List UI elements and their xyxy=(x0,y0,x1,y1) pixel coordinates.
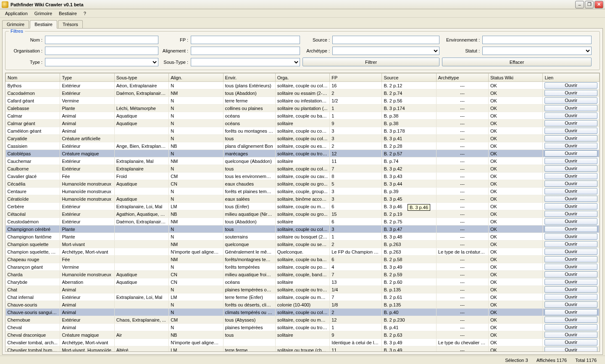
table-row[interactable]: Champion squelette, ar...Archétype, Mort… xyxy=(6,248,600,256)
filter-organisation-input[interactable] xyxy=(45,47,158,55)
open-button[interactable]: Ouvrir xyxy=(544,324,597,330)
col-header[interactable]: Status Wiki xyxy=(489,73,543,82)
open-button[interactable]: Ouvrir xyxy=(544,249,597,255)
filter-button[interactable]: Filtrer xyxy=(302,58,439,66)
table-row[interactable]: Cavalier glacéFéeFroidCMtous les environ… xyxy=(6,173,600,180)
filter-archetype-select[interactable] xyxy=(332,47,439,55)
table-row[interactable]: CassisienExtérieurAnge, Bien, Extraplana… xyxy=(6,142,600,150)
table-row[interactable]: CaryatideCréature artificielleNtoussolit… xyxy=(6,135,600,142)
filter-source-input[interactable] xyxy=(332,36,439,44)
table-row[interactable]: ChardaHumanoïde monstrueuxAquatiqueCNmil… xyxy=(6,271,600,278)
open-button[interactable]: Ouvrir xyxy=(544,256,597,262)
open-button[interactable]: Ouvrir xyxy=(544,203,597,209)
col-header[interactable]: Type xyxy=(60,73,114,82)
open-button[interactable]: Ouvrir xyxy=(544,128,597,134)
menu-grimoire[interactable]: Grimoire xyxy=(31,10,55,17)
open-button[interactable]: Ouvrir xyxy=(544,196,597,202)
open-button[interactable]: Ouvrir xyxy=(544,233,597,240)
table-row[interactable]: CétacéalExtérieurAgathion, Aquatique, B.… xyxy=(6,210,600,218)
clear-button[interactable]: Effacer xyxy=(442,58,592,66)
table-row[interactable]: Champion squeletteMort-vivantNMquelconqu… xyxy=(6,241,600,248)
menu-?[interactable]: ? xyxy=(80,10,89,17)
table-row[interactable]: CalebassePlanteLéchi, MétamorpheNcolline… xyxy=(6,105,600,112)
col-header[interactable]: Archétype xyxy=(436,73,488,82)
table-row[interactable]: Calmar géantAnimalAquatiqueNocéanssolita… xyxy=(6,120,600,127)
col-header[interactable]: FP xyxy=(330,73,382,82)
filter-soustype-select[interactable] xyxy=(191,58,300,66)
col-header[interactable]: Source xyxy=(382,73,436,82)
table-row[interactable]: Chevalier tombal humainMort-vivant, Huma… xyxy=(6,346,600,352)
close-button[interactable]: ✕ xyxy=(594,1,603,8)
table-row[interactable]: CatoblépasCréature magiqueNmarécagessoli… xyxy=(6,150,600,157)
open-button[interactable]: Ouvrir xyxy=(544,97,597,104)
table-row[interactable]: CeustodaémonExtérieurDaémon, Extraplanai… xyxy=(6,218,600,225)
table-row[interactable]: Chauve-sourisAnimalNforêts ou déserts, c… xyxy=(6,301,600,309)
open-button[interactable]: Ouvrir xyxy=(544,181,597,187)
open-button[interactable]: Ouvrir xyxy=(544,82,597,89)
table-row[interactable]: Cafard géantVermineNterre fermesolitaire… xyxy=(6,97,600,105)
col-header[interactable]: Orga. xyxy=(275,73,329,82)
table-row[interactable]: Caméléon géantAnimalNforêts ou montagnes… xyxy=(6,127,600,135)
filter-alignement-input[interactable] xyxy=(191,47,300,55)
filter-statut-select[interactable] xyxy=(482,47,592,55)
open-button[interactable]: Ouvrir xyxy=(544,120,597,126)
table-row[interactable]: CaulborneExtérieurExtraplanaireNtoussoli… xyxy=(6,165,600,173)
open-button[interactable]: Ouvrir xyxy=(544,264,597,270)
table-row[interactable]: Chapeau rougeFéeNMforêts/montagnes temp.… xyxy=(6,256,600,263)
table-row[interactable]: Chevalier tombal, arch...Archétype, Mort… xyxy=(6,339,600,346)
table-row[interactable]: Chat infernalExtérieurExtraplanaire, Loi… xyxy=(6,293,600,301)
maximize-button[interactable]: ❐ xyxy=(585,1,594,8)
col-header[interactable]: Sous-type xyxy=(114,73,168,82)
open-button[interactable]: Ouvrir xyxy=(544,211,597,217)
table-row[interactable]: CératioïdeHumanoïde monstrueuxAquatiqueN… xyxy=(6,195,600,203)
open-button[interactable]: Ouvrir xyxy=(544,241,597,247)
table-row[interactable]: Cheval draconiqueCréature magiqueAirNBto… xyxy=(6,331,600,339)
open-button[interactable]: Ouvrir xyxy=(544,347,597,351)
open-button[interactable]: Ouvrir xyxy=(544,135,597,141)
open-button[interactable]: Ouvrir xyxy=(544,143,597,149)
menu-bestiaire[interactable]: Bestiaire xyxy=(55,10,80,17)
col-header[interactable]: Align. xyxy=(169,73,223,82)
open-button[interactable]: Ouvrir xyxy=(544,158,597,164)
table-row[interactable]: BythosExtérieurAéon, ExtraplanaireNtous … xyxy=(6,82,600,89)
open-button[interactable]: Ouvrir xyxy=(544,332,597,338)
table-row[interactable]: ChatAnimalNplaines tempérées ou c...soli… xyxy=(6,286,600,293)
open-button[interactable]: Ouvrir xyxy=(544,173,597,179)
open-button[interactable]: Ouvrir xyxy=(544,90,597,96)
filter-type-select[interactable] xyxy=(45,58,158,66)
col-header[interactable]: Lien xyxy=(543,73,600,82)
table-row[interactable]: Chauve-souris sanguin...AnimalNclimats t… xyxy=(6,309,600,316)
table-row[interactable]: ChevalAnimalNplaines tempéréessolitaire,… xyxy=(6,324,600,331)
table-row[interactable]: Champignon fantômePlanteNsouterrainssoli… xyxy=(6,233,600,241)
open-button[interactable]: Ouvrir xyxy=(544,150,597,157)
open-button[interactable]: Ouvrir xyxy=(544,218,597,225)
tab-grimoire[interactable]: Grimoire xyxy=(2,20,29,28)
table-row[interactable]: CalmarAnimalAquatiqueNocéanssolitaire, c… xyxy=(6,112,600,120)
open-button[interactable]: Ouvrir xyxy=(544,294,597,300)
open-button[interactable]: Ouvrir xyxy=(544,301,597,308)
open-button[interactable]: Ouvrir xyxy=(544,165,597,172)
filter-environnement-input[interactable] xyxy=(482,36,592,44)
open-button[interactable]: Ouvrir xyxy=(544,271,597,278)
open-button[interactable]: Ouvrir xyxy=(544,286,597,293)
tab-bestiaire[interactable]: Bestiaire xyxy=(30,20,57,29)
table-row[interactable]: Champignon cérébréPlanteNtoussolitaire, … xyxy=(6,225,600,233)
table-row[interactable]: CentaureHumanoïde monstrueuxNforêts et p… xyxy=(6,188,600,195)
table-row[interactable]: Charançon géantVermineNforêts tempéréess… xyxy=(6,263,600,271)
table-row[interactable]: CerbèreExtérieurExtraplanaire, Loi, MalL… xyxy=(6,203,600,210)
table-row[interactable]: CauchemarExtérieurExtraplanaire, MalNMqu… xyxy=(6,157,600,165)
open-button[interactable]: Ouvrir xyxy=(544,317,597,323)
open-button[interactable]: Ouvrir xyxy=(544,188,597,194)
open-button[interactable]: Ouvrir xyxy=(544,226,597,232)
minimize-button[interactable]: – xyxy=(575,1,584,8)
tab-trésors[interactable]: Trésors xyxy=(58,20,83,28)
open-button[interactable]: Ouvrir xyxy=(544,105,597,111)
table-row[interactable]: CécaéliaHumanoïde monstrueuxAquatiqueCNe… xyxy=(6,180,600,188)
filter-fp-input[interactable] xyxy=(191,36,300,44)
menu-application[interactable]: Application xyxy=(2,10,31,17)
table-row[interactable]: ChernobueExtérieurChaos, Extraplanaire, … xyxy=(6,316,600,324)
open-button[interactable]: Ouvrir xyxy=(544,113,597,119)
open-button[interactable]: Ouvrir xyxy=(544,279,597,285)
col-header[interactable]: Nom xyxy=(6,73,60,82)
filter-nom-input[interactable] xyxy=(45,36,158,44)
